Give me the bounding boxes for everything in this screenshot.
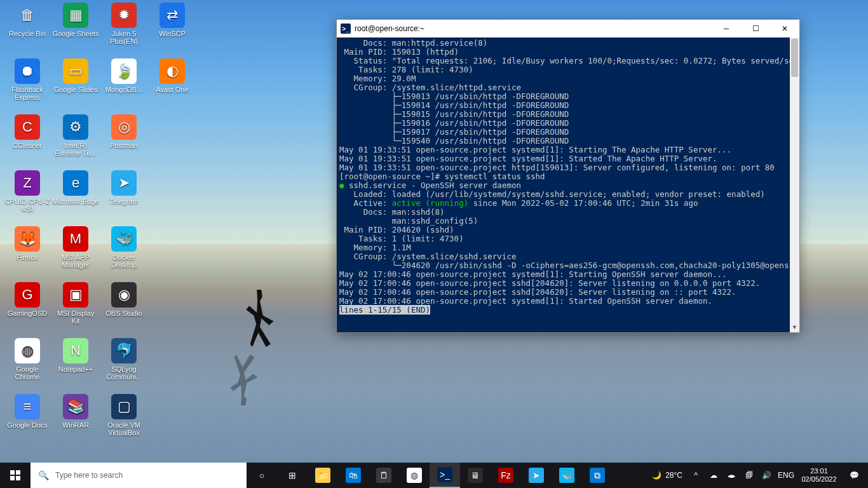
window-titlebar[interactable]: >_ root@open-source:~ ─ ☐ ✕ xyxy=(337,20,799,37)
desktop-icon-oracle-vm-virtualbox[interactable]: ▢Oracle VM VirtualBox xyxy=(100,394,147,437)
tray-icon-2[interactable]: 🕳 xyxy=(726,471,737,480)
taskbar-microsoft-store[interactable]: 🛍 xyxy=(338,463,369,488)
icon-label: MSI APP Manager xyxy=(52,254,99,269)
icon-label: Microsoft Edge xyxy=(52,198,99,205)
app-icon: e xyxy=(63,170,88,196)
desktop-icon-mongodb-[interactable]: 🍃MongoDB... xyxy=(100,58,147,93)
desktop-icon-obs-studio[interactable]: ◉OBS Studio xyxy=(100,282,147,317)
tray-icon-1[interactable]: ☁ xyxy=(708,471,719,480)
desktop-icon-notepad-[interactable]: NNotepad++ xyxy=(52,338,99,373)
desktop-icon-docker-desktop[interactable]: 🐳Docker Desktop xyxy=(100,226,147,269)
desktop-icon-gamingosd[interactable]: GGamingOSD xyxy=(4,282,51,317)
terminal-line: Loaded: loaded (/usr/lib/systemd/system/… xyxy=(339,190,797,199)
taskbar-powershell[interactable]: >_ xyxy=(430,463,460,488)
language-indicator[interactable]: ENG xyxy=(774,463,798,488)
desktop-icon-telegram[interactable]: ➤Telegram xyxy=(100,170,147,205)
desktop-icon-google-docs[interactable]: ≡Google Docs xyxy=(4,394,51,429)
clock-time: 23:01 xyxy=(798,467,840,475)
taskbar-task-view[interactable]: ⊞ xyxy=(277,463,308,488)
taskbar-filezilla[interactable]: Fz xyxy=(491,463,521,488)
desktop-icon-google-chrome[interactable]: ◍Google Chrome xyxy=(4,338,51,381)
terminal-line: ├─159014 /usr/sbin/httpd -DFOREGROUND xyxy=(339,101,797,110)
desktop-icon-recycle-bin[interactable]: 🗑Recycle Bin xyxy=(4,3,51,37)
app-icon: ▭ xyxy=(63,58,88,84)
terminal-output[interactable]: Docs: man:httpd.service(8) Main PID: 159… xyxy=(337,37,799,332)
icon-label: OBS Studio xyxy=(100,309,147,317)
minimize-button[interactable]: ─ xyxy=(712,20,741,37)
terminal-line: May 01 19:33:51 open-source.project syst… xyxy=(339,154,797,163)
taskbar-putty[interactable]: 🖥 xyxy=(460,463,491,488)
taskbar-telegram[interactable]: ➤ xyxy=(521,463,552,488)
scroll-thumb[interactable] xyxy=(791,39,798,77)
icon-label: Telegram xyxy=(100,198,147,205)
terminal-scrollbar[interactable]: ▲ ▼ xyxy=(790,37,799,332)
terminal-line: CGroup: /system.slice/httpd.service xyxy=(339,83,797,92)
terminal-line: ├─159015 /usr/sbin/httpd -DFOREGROUND xyxy=(339,110,797,119)
desktop-icon-microsoft-edge[interactable]: eMicrosoft Edge xyxy=(52,170,99,205)
chrome-icon: ◍ xyxy=(407,468,422,483)
desktop-icon-ccleaner[interactable]: CCCleaner xyxy=(4,114,51,149)
desktop-icon-google-sheets[interactable]: ▦Google Sheets xyxy=(52,3,99,37)
tray-icon-0[interactable]: ^ xyxy=(690,471,702,480)
icon-label: Recycle Bin xyxy=(4,30,51,37)
taskbar: 🔍 Type here to search ○⊞📁🛍🗒◍>_🖥Fz➤🐳⧉ 🌙 2… xyxy=(0,463,868,488)
desktop-icon-firefox[interactable]: 🦊Firefox xyxy=(4,226,51,261)
close-button[interactable]: ✕ xyxy=(770,20,799,37)
desktop-icon-postman[interactable]: ◎Postman xyxy=(100,114,147,149)
desktop-icon-msi-app-manager[interactable]: MMSI APP Manager xyxy=(52,226,99,269)
maximize-button[interactable]: ☐ xyxy=(741,20,770,37)
taskbar-file-explorer[interactable]: 📁 xyxy=(308,463,338,488)
powershell-icon: >_ xyxy=(437,467,452,482)
desktop-icon-winscp[interactable]: ⇄WinSCP xyxy=(149,3,196,37)
taskbar-chrome[interactable]: ◍ xyxy=(399,463,430,488)
icon-label: Google Sheets xyxy=(52,30,99,37)
desktop-icon-winrar[interactable]: 📚WinRAR xyxy=(52,394,99,429)
icon-label: Firefox xyxy=(4,254,51,261)
desktop-icon-flashback-express[interactable]: ⏺Flashback Express xyxy=(4,58,51,101)
start-button[interactable] xyxy=(0,463,31,488)
window-title: root@open-source:~ xyxy=(355,24,712,33)
terminal-line: ├─159013 /usr/sbin/httpd -DFOREGROUND xyxy=(339,92,797,101)
desktop-icon-sqlyog-communi-[interactable]: 🐬SQLyog Communi... xyxy=(100,338,147,381)
tray-icon-4[interactable]: 🔊 xyxy=(761,471,773,480)
desktop-icon-avast-one[interactable]: ◐Avast One xyxy=(149,58,196,93)
terminal-line: ├─159016 /usr/sbin/httpd -DFOREGROUND xyxy=(339,119,797,128)
icon-label: Postman xyxy=(100,142,147,149)
desktop-icon-google-slides[interactable]: ▭Google Slides xyxy=(52,58,99,93)
terminal-line: May 01 19:33:51 open-source.project http… xyxy=(339,163,797,172)
taskbar-vscode[interactable]: ⧉ xyxy=(582,463,613,488)
terminal-line: Memory: 1.1M xyxy=(339,243,797,252)
filezilla-icon: Fz xyxy=(498,468,513,483)
desktop-icon-intel-r-extreme-tu-[interactable]: ⚙Intel(R) Extreme Tu... xyxy=(52,114,99,157)
terminal-line: └─204620 /usr/sbin/sshd -D -oCiphers=aes… xyxy=(339,261,797,270)
file-explorer-icon: 📁 xyxy=(315,468,330,483)
app-icon: ◉ xyxy=(111,282,137,308)
tray-icon-3[interactable]: 🗐 xyxy=(743,471,755,480)
taskbar-docker[interactable]: 🐳 xyxy=(552,463,582,488)
weather-widget[interactable]: 🌙 28°C xyxy=(646,463,689,488)
icon-label: Avast One xyxy=(149,86,196,93)
app-icon: ✹ xyxy=(111,3,137,28)
system-tray[interactable]: ^☁🕳🗐🔊 xyxy=(689,463,774,488)
terminal-line: Docs: man:sshd(8) xyxy=(339,208,797,217)
search-box[interactable]: 🔍 Type here to search xyxy=(31,463,247,488)
icon-label: CPUID CPU-Z MSI xyxy=(4,198,51,213)
putty-icon: 🖥 xyxy=(468,468,483,483)
vscode-icon: ⧉ xyxy=(590,468,605,483)
app-icon: 🗑 xyxy=(15,3,40,28)
terminal-window[interactable]: >_ root@open-source:~ ─ ☐ ✕ Docs: man:ht… xyxy=(336,19,800,333)
desktop-icon-juken-5-plus-en-[interactable]: ✹Juken 5 Plus(EN) xyxy=(100,3,147,45)
desktop-icon-msi-display-kit[interactable]: ▣MSI Display Kit xyxy=(52,282,99,325)
scroll-down-icon[interactable]: ▼ xyxy=(790,323,799,332)
telegram-icon: ➤ xyxy=(529,468,544,483)
app-icon: G xyxy=(15,282,40,308)
action-center-button[interactable]: 💬 xyxy=(840,463,868,488)
taskbar-xbox[interactable]: 🗒 xyxy=(369,463,399,488)
terminal-line: Main PID: 159013 (httpd) xyxy=(339,48,797,57)
taskbar-spacer xyxy=(613,463,646,488)
microsoft-store-icon: 🛍 xyxy=(346,468,361,483)
clock[interactable]: 23:01 02/05/2022 xyxy=(798,463,840,488)
terminal-line: Status: "Total requests: 2106; Idle/Busy… xyxy=(339,57,797,65)
desktop-icon-cpuid-cpu-z-msi[interactable]: ZCPUID CPU-Z MSI xyxy=(4,170,51,213)
taskbar-cortana[interactable]: ○ xyxy=(247,463,277,488)
